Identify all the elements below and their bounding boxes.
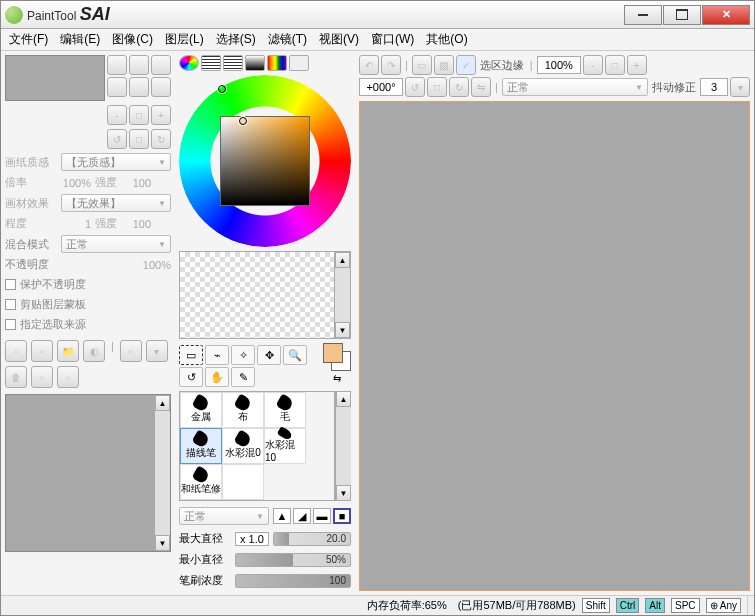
- canvas-mode-select[interactable]: 正常▼: [502, 78, 648, 96]
- swatch-scrollbar[interactable]: ▲ ▼: [334, 252, 350, 338]
- menu-file[interactable]: 文件(F): [9, 31, 48, 48]
- nav-btn-6[interactable]: [151, 77, 171, 97]
- sv-marker-icon[interactable]: [239, 117, 247, 125]
- colorwheel-tab-icon[interactable]: [179, 55, 199, 71]
- close-button[interactable]: [702, 5, 750, 25]
- menu-edit[interactable]: 编辑(E): [60, 31, 100, 48]
- angle-input[interactable]: [359, 78, 403, 96]
- clear-layer-icon[interactable]: ▫: [120, 340, 142, 362]
- undo-icon[interactable]: ↶: [359, 55, 379, 75]
- preserve-opacity-checkbox[interactable]: [5, 279, 16, 290]
- scroll-up-icon[interactable]: ▲: [155, 395, 170, 411]
- navigator-box[interactable]: [5, 55, 105, 101]
- menu-image[interactable]: 图像(C): [112, 31, 153, 48]
- clipping-mask-checkbox[interactable]: [5, 299, 16, 310]
- gray-tab-icon[interactable]: [245, 55, 265, 71]
- menu-window[interactable]: 窗口(W): [371, 31, 414, 48]
- brush-fur[interactable]: 毛: [264, 392, 306, 428]
- menu-select[interactable]: 选择(S): [216, 31, 256, 48]
- stab-input[interactable]: [700, 78, 728, 96]
- texture-select[interactable]: 【无质感】▼: [61, 153, 171, 171]
- maximize-button[interactable]: [663, 5, 701, 25]
- rotate-tool-icon[interactable]: ↺: [179, 367, 203, 387]
- zoom-reset-icon[interactable]: □: [129, 105, 149, 125]
- maxdia-slider[interactable]: 20.0: [273, 532, 351, 546]
- rgb-slider-tab-icon[interactable]: [201, 55, 221, 71]
- nav-btn-1[interactable]: [107, 55, 127, 75]
- nav-btn-2[interactable]: [129, 55, 149, 75]
- menu-filter[interactable]: 滤镜(T): [268, 31, 307, 48]
- rot-l-icon[interactable]: ↺: [405, 77, 425, 97]
- zoom-out2-icon[interactable]: -: [583, 55, 603, 75]
- menu-layer[interactable]: 图层(L): [165, 31, 204, 48]
- canvas-area[interactable]: [359, 101, 750, 591]
- new-folder-icon[interactable]: 📁: [57, 340, 79, 362]
- desel-icon[interactable]: ▭: [412, 55, 432, 75]
- layer-mask-icon[interactable]: ◐: [83, 340, 105, 362]
- show-sel-icon[interactable]: ✓: [456, 55, 476, 75]
- blend-select[interactable]: 正常▼: [61, 235, 171, 253]
- minimize-button[interactable]: [624, 5, 662, 25]
- layer-opt1-icon[interactable]: ▫: [31, 366, 53, 388]
- tip-flat-icon[interactable]: ▬: [313, 508, 331, 524]
- scroll-up-icon[interactable]: ▲: [336, 391, 351, 407]
- scroll-down-icon[interactable]: ▼: [336, 485, 351, 501]
- invert-sel-icon[interactable]: ▨: [434, 55, 454, 75]
- zoom-fit-icon[interactable]: □: [605, 55, 625, 75]
- merge-down-icon[interactable]: ▾: [146, 340, 168, 362]
- swap-colors-icon[interactable]: ⇆: [333, 373, 341, 384]
- zoom-tool-icon[interactable]: 🔍: [283, 345, 307, 365]
- brush-water10[interactable]: 水彩混10: [264, 428, 306, 464]
- wand-tool-icon[interactable]: ✧: [231, 345, 255, 365]
- new-layer-icon[interactable]: ▫: [5, 340, 27, 362]
- swatch-panel[interactable]: ▲ ▼: [179, 251, 351, 339]
- density-slider[interactable]: 100: [235, 574, 351, 588]
- maxdia-mult[interactable]: x 1.0: [235, 532, 269, 546]
- marquee-tool-icon[interactable]: ▭: [179, 345, 203, 365]
- tip-soft-icon[interactable]: ◢: [293, 508, 311, 524]
- fg-color-swatch[interactable]: [323, 343, 343, 363]
- move-tool-icon[interactable]: ✥: [257, 345, 281, 365]
- hue-marker-icon[interactable]: [218, 85, 226, 93]
- new-vector-icon[interactable]: ▫: [31, 340, 53, 362]
- rot-r-icon[interactable]: ↻: [449, 77, 469, 97]
- scroll-down-icon[interactable]: ▼: [335, 322, 350, 338]
- zoom-in2-icon[interactable]: +: [627, 55, 647, 75]
- zoom-in-icon[interactable]: +: [151, 105, 171, 125]
- brush-linepen[interactable]: 描线笔: [180, 428, 222, 464]
- palette-tab-icon[interactable]: [267, 55, 287, 71]
- tip-round-icon[interactable]: ▲: [273, 508, 291, 524]
- scroll-up-icon[interactable]: ▲: [335, 252, 350, 268]
- zoom-input[interactable]: [537, 56, 581, 74]
- lasso-tool-icon[interactable]: ⌁: [205, 345, 229, 365]
- hand-tool-icon[interactable]: ✋: [205, 367, 229, 387]
- rot-0-icon[interactable]: □: [427, 77, 447, 97]
- rot-right-icon[interactable]: ↻: [151, 129, 171, 149]
- brush-empty[interactable]: [222, 464, 264, 500]
- menu-other[interactable]: 其他(O): [426, 31, 467, 48]
- color-wheel[interactable]: [179, 75, 351, 247]
- brush-mode-select[interactable]: 正常▼: [179, 507, 269, 525]
- hsv-slider-tab-icon[interactable]: [223, 55, 243, 71]
- rot-reset-icon[interactable]: □: [129, 129, 149, 149]
- brush-cloth[interactable]: 布: [222, 392, 264, 428]
- brush-washi[interactable]: 和纸笔修: [180, 464, 222, 500]
- layer-opt2-icon[interactable]: ▫: [57, 366, 79, 388]
- tip-square-icon[interactable]: ■: [333, 508, 351, 524]
- eyedropper-tool-icon[interactable]: ✎: [231, 367, 255, 387]
- menu-view[interactable]: 视图(V): [319, 31, 359, 48]
- delete-layer-icon[interactable]: 🗑: [5, 366, 27, 388]
- sv-box[interactable]: [220, 116, 310, 206]
- zoom-out-icon[interactable]: -: [107, 105, 127, 125]
- select-source-checkbox[interactable]: [5, 319, 16, 330]
- brush-water0[interactable]: 水彩混0: [222, 428, 264, 464]
- mindia-slider[interactable]: 50%: [235, 553, 351, 567]
- flip-icon[interactable]: ⇋: [471, 77, 491, 97]
- scroll-down-icon[interactable]: ▼: [155, 535, 170, 551]
- brush-metal[interactable]: 金属: [180, 392, 222, 428]
- nav-btn-5[interactable]: [129, 77, 149, 97]
- layer-scrollbar[interactable]: ▲ ▼: [154, 395, 170, 551]
- nav-btn-4[interactable]: [107, 77, 127, 97]
- nav-btn-3[interactable]: [151, 55, 171, 75]
- brush-scrollbar[interactable]: ▲ ▼: [335, 391, 351, 501]
